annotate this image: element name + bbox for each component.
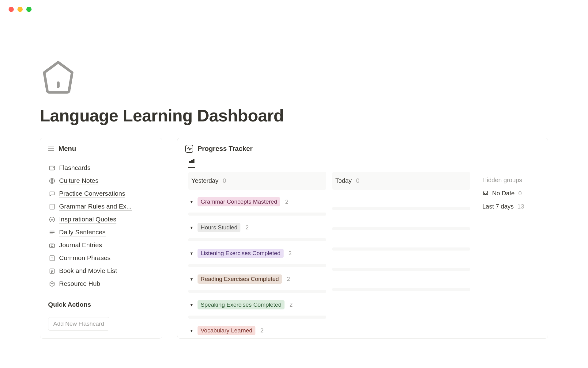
disclosure-icon[interactable]: ▼ (190, 225, 194, 230)
svg-point-2 (53, 167, 54, 168)
board-view-tab[interactable] (188, 159, 195, 168)
svg-rect-8 (50, 244, 55, 247)
disclosure-icon[interactable]: ▼ (190, 251, 194, 256)
card-icon (49, 165, 55, 171)
menu-item-flashcards[interactable]: Flashcards (49, 162, 153, 174)
svg-point-9 (51, 245, 53, 247)
disclosure-icon[interactable]: ▼ (190, 328, 194, 333)
page-icon[interactable] (40, 59, 548, 97)
page-title: Language Learning Dashboard (40, 106, 548, 125)
group-row[interactable]: ▼ Vocabulary Learned 2 (188, 323, 326, 338)
group-tag: Grammar Concepts Mastered (198, 197, 280, 206)
group-count: 2 (287, 276, 290, 282)
svg-text:66: 66 (51, 218, 54, 221)
window-controls (0, 0, 588, 19)
hidden-group-label: No Date (492, 190, 514, 197)
view-tabs (177, 159, 548, 168)
placeholder (188, 238, 326, 241)
group-row[interactable]: ▼ Speaking Exercises Completed 2 (188, 297, 326, 312)
quote-icon: 66 (49, 216, 55, 223)
group-count: 2 (285, 198, 288, 205)
menu-item-resource-hub[interactable]: Resource Hub (49, 278, 153, 290)
disclosure-icon[interactable]: ▼ (190, 200, 194, 204)
disclosure-icon[interactable]: ▼ (190, 303, 194, 307)
group-tag: Hours Studied (198, 223, 240, 232)
progress-tracker-card: Progress Tracker Yesterday 0 (177, 138, 548, 339)
hidden-group-count: 0 (518, 190, 522, 197)
group-tag: Speaking Exercises Completed (198, 300, 285, 309)
hidden-groups-title: Hidden groups (482, 168, 537, 187)
cube-icon (49, 281, 55, 287)
hidden-group-no-date[interactable]: No Date 0 (482, 187, 537, 200)
column-label: Today (335, 177, 352, 184)
hidden-group-label: Last 7 days (482, 203, 514, 210)
menu-item-book-movie-list[interactable]: Book and Movie List (49, 265, 153, 278)
inbox-icon (482, 190, 488, 197)
hidden-group-count: 13 (517, 203, 524, 210)
menu-item-journal-entries[interactable]: Journal Entries (49, 239, 153, 252)
placeholder (332, 288, 470, 291)
menu-label: Daily Sentences (59, 228, 106, 236)
column-yesterday: Yesterday 0 ▼ Grammar Concepts Mastered … (188, 168, 326, 338)
document-t-icon: T (49, 255, 55, 262)
placeholder (332, 227, 470, 230)
column-count: 0 (223, 177, 226, 184)
group-row[interactable]: ▼ Hours Studied 2 (188, 220, 326, 235)
placeholder (188, 290, 326, 293)
placeholder (332, 268, 470, 271)
hidden-groups-column: Hidden groups No Date 0 Last 7 days 13 (470, 168, 537, 338)
menu-item-inspirational-quotes[interactable]: 66 Inspirational Quotes (49, 213, 153, 226)
svg-rect-1 (50, 166, 55, 170)
menu-item-practice-conversations[interactable]: Practice Conversations (49, 187, 153, 200)
placeholder (332, 247, 470, 251)
svg-text:i: i (52, 205, 53, 209)
lines-icon (49, 229, 55, 236)
group-row[interactable]: ▼ Reading Exercises Completed 2 (188, 271, 326, 287)
camera-icon (49, 242, 55, 249)
group-row[interactable]: ▼ Grammar Concepts Mastered 2 (188, 194, 326, 209)
column-label: Yesterday (191, 177, 218, 184)
menu-item-culture-notes[interactable]: Culture Notes (49, 174, 153, 187)
menu-label: Culture Notes (59, 177, 98, 185)
group-count: 2 (288, 250, 292, 257)
group-tag: Vocabulary Learned (198, 326, 255, 335)
menu-item-daily-sentences[interactable]: Daily Sentences (49, 226, 153, 239)
maximize-window-button[interactable] (26, 7, 32, 12)
svg-rect-0 (57, 81, 60, 88)
quick-actions-heading: Quick Actions (48, 301, 154, 312)
menu-label: Grammar Rules and Ex... (59, 203, 132, 211)
group-count: 2 (245, 224, 249, 231)
menu-list: Flashcards Culture Notes Practice Conver… (48, 157, 154, 290)
chat-icon (49, 190, 55, 197)
list-icon (49, 268, 55, 274)
menu-item-grammar-rules[interactable]: i Grammar Rules and Ex... (49, 200, 153, 213)
menu-icon (48, 147, 54, 151)
placeholder (188, 213, 326, 216)
menu-label: Practice Conversations (59, 190, 125, 198)
minimize-window-button[interactable] (17, 7, 23, 12)
activity-icon (185, 145, 193, 153)
menu-label: Book and Movie List (59, 267, 117, 275)
column-header-today[interactable]: Today 0 (332, 172, 470, 190)
column-header-yesterday[interactable]: Yesterday 0 (188, 172, 326, 190)
menu-title: Menu (58, 145, 76, 153)
add-flashcard-button[interactable]: Add New Flashcard (48, 317, 109, 331)
menu-item-common-phrases[interactable]: T Common Phrases (49, 252, 153, 265)
hidden-group-last-7-days[interactable]: Last 7 days 13 (482, 200, 537, 213)
group-count: 2 (260, 327, 264, 334)
disclosure-icon[interactable]: ▼ (190, 277, 194, 282)
group-count: 2 (289, 301, 293, 308)
placeholder (332, 207, 470, 210)
menu-label: Common Phrases (59, 254, 111, 262)
placeholder (188, 316, 326, 319)
group-tag: Reading Exercises Completed (198, 274, 282, 284)
menu-label: Journal Entries (59, 241, 102, 249)
group-row[interactable]: ▼ Listening Exercises Completed 2 (188, 246, 326, 261)
board-icon (189, 159, 194, 163)
menu-card: Menu Flashcards Culture Notes (40, 138, 162, 339)
menu-label: Inspirational Quotes (59, 216, 116, 224)
svg-text:T: T (51, 257, 53, 260)
placeholder (188, 264, 326, 267)
menu-label: Flashcards (59, 164, 91, 172)
close-window-button[interactable] (9, 7, 14, 12)
